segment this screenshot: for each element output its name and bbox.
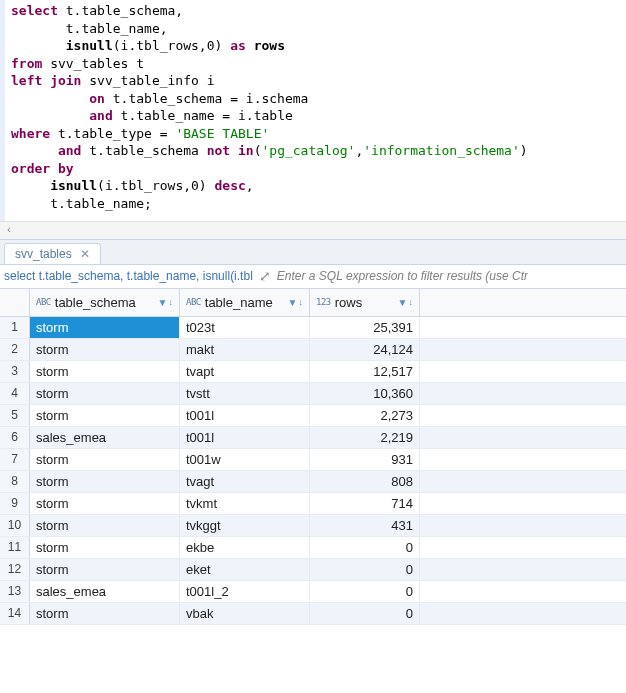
row-number[interactable]: 6 [0, 427, 30, 448]
editor-horizontal-scrollbar[interactable]: ‹ [0, 221, 626, 239]
cell-table-schema[interactable]: storm [30, 493, 180, 514]
cell-table-schema[interactable]: storm [30, 603, 180, 624]
cell-rows[interactable]: 24,124 [310, 339, 420, 360]
cell-table-name[interactable]: tvkggt [180, 515, 310, 536]
row-number[interactable]: 10 [0, 515, 30, 536]
row-number[interactable]: 4 [0, 383, 30, 404]
tab-label: svv_tables [15, 247, 72, 261]
funnel-icon[interactable]: ▼ [158, 297, 168, 308]
cell-table-name[interactable]: tvapt [180, 361, 310, 382]
cell-rows[interactable]: 931 [310, 449, 420, 470]
sort-icon[interactable]: ↓ [299, 297, 304, 307]
query-summary: select t.table_schema, t.table_name, isn… [4, 269, 253, 283]
cell-table-schema[interactable]: storm [30, 405, 180, 426]
cell-table-schema[interactable]: storm [30, 449, 180, 470]
close-icon[interactable]: ✕ [80, 247, 90, 261]
cell-rows[interactable]: 808 [310, 471, 420, 492]
sql-editor[interactable]: select t.table_schema, t.table_name, isn… [0, 0, 626, 221]
cell-table-name[interactable]: vbak [180, 603, 310, 624]
cell-table-schema[interactable]: storm [30, 383, 180, 404]
row-number[interactable]: 1 [0, 317, 30, 338]
row-number[interactable]: 3 [0, 361, 30, 382]
cell-rows[interactable]: 431 [310, 515, 420, 536]
cell-rows[interactable]: 25,391 [310, 317, 420, 338]
table-row[interactable]: 7stormt001w931 [0, 449, 626, 471]
table-row[interactable]: 12stormeket0 [0, 559, 626, 581]
row-number[interactable]: 5 [0, 405, 30, 426]
cell-table-schema[interactable]: storm [30, 339, 180, 360]
cell-table-name[interactable]: t001l [180, 427, 310, 448]
grid-header: ABC table_schema ▼ ↓ ABC table_name ▼ ↓ … [0, 289, 626, 317]
row-number[interactable]: 7 [0, 449, 30, 470]
table-row[interactable]: 2stormmakt24,124 [0, 339, 626, 361]
cell-table-name[interactable]: eket [180, 559, 310, 580]
cell-rows[interactable]: 0 [310, 559, 420, 580]
cell-table-name[interactable]: tvkmt [180, 493, 310, 514]
column-label: table_schema [55, 295, 156, 310]
cell-table-schema[interactable]: storm [30, 515, 180, 536]
table-row[interactable]: 11stormekbe0 [0, 537, 626, 559]
table-row[interactable]: 5stormt001l2,273 [0, 405, 626, 427]
table-row[interactable]: 3stormtvapt12,517 [0, 361, 626, 383]
cell-rows[interactable]: 12,517 [310, 361, 420, 382]
filter-input[interactable]: Enter a SQL expression to filter results… [277, 269, 528, 283]
table-row[interactable]: 1stormt023t25,391 [0, 317, 626, 339]
row-number[interactable]: 11 [0, 537, 30, 558]
cell-table-schema[interactable]: storm [30, 537, 180, 558]
cell-table-schema[interactable]: storm [30, 361, 180, 382]
cell-table-schema[interactable]: sales_emea [30, 581, 180, 602]
cell-table-name[interactable]: t001w [180, 449, 310, 470]
cell-rows[interactable]: 0 [310, 603, 420, 624]
row-number[interactable]: 8 [0, 471, 30, 492]
cell-rows[interactable]: 2,219 [310, 427, 420, 448]
column-header-rows[interactable]: 123 rows ▼ ↓ [310, 289, 420, 316]
cell-table-schema[interactable]: storm [30, 559, 180, 580]
column-label: rows [335, 295, 396, 310]
results-filter-bar: select t.table_schema, t.table_name, isn… [0, 265, 626, 289]
row-number[interactable]: 14 [0, 603, 30, 624]
tab-svv-tables[interactable]: svv_tables ✕ [4, 243, 101, 264]
cell-rows[interactable]: 0 [310, 581, 420, 602]
cell-rows[interactable]: 0 [310, 537, 420, 558]
cell-table-schema[interactable]: sales_emea [30, 427, 180, 448]
cell-table-name[interactable]: ekbe [180, 537, 310, 558]
row-number[interactable]: 13 [0, 581, 30, 602]
table-row[interactable]: 13sales_emeat001l_20 [0, 581, 626, 603]
grid-body: 1stormt023t25,3912stormmakt24,1243stormt… [0, 317, 626, 625]
funnel-icon[interactable]: ▼ [398, 297, 408, 308]
results-tabs: svv_tables ✕ [0, 239, 626, 265]
row-header-corner[interactable] [0, 289, 30, 316]
number-type-icon: 123 [316, 297, 331, 307]
column-header-table-schema[interactable]: ABC table_schema ▼ ↓ [30, 289, 180, 316]
cell-table-name[interactable]: t001l [180, 405, 310, 426]
cell-table-schema[interactable]: storm [30, 317, 180, 338]
sort-icon[interactable]: ↓ [169, 297, 174, 307]
table-row[interactable]: 8stormtvagt808 [0, 471, 626, 493]
row-number[interactable]: 2 [0, 339, 30, 360]
table-row[interactable]: 6sales_emeat001l2,219 [0, 427, 626, 449]
column-header-table-name[interactable]: ABC table_name ▼ ↓ [180, 289, 310, 316]
cell-rows[interactable]: 714 [310, 493, 420, 514]
results-grid: ABC table_schema ▼ ↓ ABC table_name ▼ ↓ … [0, 289, 626, 625]
row-number[interactable]: 12 [0, 559, 30, 580]
table-row[interactable]: 14stormvbak0 [0, 603, 626, 625]
cell-table-schema[interactable]: storm [30, 471, 180, 492]
cell-table-name[interactable]: tvagt [180, 471, 310, 492]
column-label: table_name [205, 295, 286, 310]
scroll-left-icon[interactable]: ‹ [0, 221, 18, 239]
table-row[interactable]: 10stormtvkggt431 [0, 515, 626, 537]
cell-table-name[interactable]: makt [180, 339, 310, 360]
cell-table-name[interactable]: tvstt [180, 383, 310, 404]
cell-table-name[interactable]: t023t [180, 317, 310, 338]
text-type-icon: ABC [36, 297, 51, 307]
cell-table-name[interactable]: t001l_2 [180, 581, 310, 602]
cell-rows[interactable]: 2,273 [310, 405, 420, 426]
expand-icon[interactable]: ⤢ [259, 268, 271, 284]
text-type-icon: ABC [186, 297, 201, 307]
row-number[interactable]: 9 [0, 493, 30, 514]
funnel-icon[interactable]: ▼ [288, 297, 298, 308]
sort-icon[interactable]: ↓ [409, 297, 414, 307]
table-row[interactable]: 9stormtvkmt714 [0, 493, 626, 515]
table-row[interactable]: 4stormtvstt10,360 [0, 383, 626, 405]
cell-rows[interactable]: 10,360 [310, 383, 420, 404]
